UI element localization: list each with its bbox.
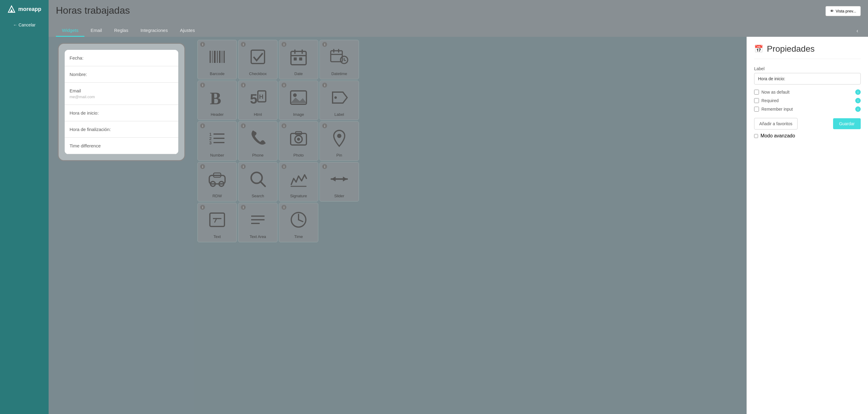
header-top-row: Horas trabajadas 👁 Vista prev... [49,0,868,20]
html-label: Html [254,112,262,117]
barcode-label: Barcode [210,71,224,76]
date-label: Date [294,71,303,76]
svg-rect-15 [299,57,302,60]
field-email-label: Email [69,88,174,93]
svg-point-29 [334,96,337,99]
svg-point-40 [337,134,341,138]
widget-time[interactable]: i Time [279,203,318,242]
rdw-label: RDW [212,194,222,198]
widget-text[interactable]: i Text [197,203,237,242]
collapse-button[interactable]: ‹ [854,25,861,36]
field-email-input: me@mail.com [69,94,174,99]
widget-html[interactable]: i 5H Html [238,81,278,120]
svg-marker-49 [331,177,336,181]
widget-grid-inner: i Barcode i Checkbox i [197,40,743,242]
widget-number[interactable]: i 1 2 3 Number [197,121,237,161]
field-hora-inicio-label: Hora de inicio: [69,110,174,116]
required-label[interactable]: Required [762,98,779,103]
tab-integraciones[interactable]: Integraciones [134,25,174,37]
widget-label[interactable]: i Label [319,81,359,120]
time-label: Time [294,234,303,239]
required-checkbox[interactable] [754,98,759,103]
svg-point-38 [297,138,300,141]
photo-info-icon: i [282,123,286,128]
main-content: Horas trabajadas 👁 Vista prev... Widgets… [49,0,868,414]
preview-button[interactable]: 👁 Vista prev... [826,6,861,16]
image-label: Image [293,112,304,117]
widget-checkbox[interactable]: i Checkbox [238,40,278,79]
widget-image[interactable]: i Image [279,81,318,120]
sidebar: moreapp ← Cancelar [0,0,49,414]
svg-marker-1 [10,9,13,12]
preview-button-label: Vista prev... [836,9,856,13]
image-icon [289,85,308,110]
widget-slider[interactable]: i Slider [319,162,359,202]
logo-text: moreapp [18,6,41,12]
widget-datetime[interactable]: i Datetime [319,40,359,79]
number-info-icon: i [200,123,205,128]
remember-input-info-icon[interactable]: i [855,107,861,112]
tab-ajustes[interactable]: Ajustes [174,25,201,37]
advanced-mode-checkbox[interactable] [754,134,758,138]
field-nombre-label: Nombre: [69,72,174,77]
now-default-checkbox[interactable] [754,90,759,94]
svg-rect-41 [209,175,225,184]
svg-point-28 [293,93,297,97]
logo: moreapp [7,5,41,13]
remember-input-checkbox[interactable] [754,107,759,112]
now-default-info-icon[interactable]: i [855,89,861,95]
field-fecha-label: Fecha: [69,55,174,60]
remember-input-row: Remember input i [754,107,861,112]
time-info-icon: i [282,205,286,210]
panel-title: Propiedades [767,44,814,54]
remember-input-label[interactable]: Remember input [762,107,793,112]
widget-date[interactable]: i Date [279,40,318,79]
time-icon [289,207,308,233]
widget-signature[interactable]: i Signature [279,162,318,202]
add-favorites-button[interactable]: Añadir a favoritos [754,118,798,129]
label-input[interactable] [754,73,861,85]
label-info-icon: i [322,83,327,88]
pin-info-icon: i [322,123,327,128]
cancel-button[interactable]: ← Cancelar [13,23,35,27]
slider-label: Slider [334,194,344,198]
tab-reglas[interactable]: Reglas [108,25,134,37]
widget-pin[interactable]: i Pin [319,121,359,161]
field-hora-fin: Hora de finalización: [65,121,178,138]
widget-search[interactable]: i Search [238,162,278,202]
rdw-info-icon: i [200,164,205,169]
label-field-label: Label [754,66,861,71]
widget-phone[interactable]: i Phone [238,121,278,161]
checkbox-info-icon: i [241,42,246,47]
widget-barcode[interactable]: i Barcode [197,40,237,79]
required-info-icon[interactable]: i [855,98,861,104]
tab-email[interactable]: Email [85,25,108,37]
barcode-info-icon: i [200,42,205,47]
pin-label: Pin [337,153,342,157]
field-nombre: Nombre: [65,66,178,83]
tab-widgets[interactable]: Widgets [56,25,85,37]
widget-photo[interactable]: i Photo [279,121,318,161]
widget-header[interactable]: i B Header [197,81,237,120]
advanced-mode-row: Modo avanzado [754,133,861,139]
label-icon [330,85,348,110]
signature-icon [289,166,308,192]
search-label: Search [251,194,264,198]
widget-rdw[interactable]: i RDW [197,162,237,202]
photo-label: Photo [293,153,304,157]
svg-rect-5 [217,51,218,63]
html-info-icon: i [241,83,246,88]
now-default-row: Now as default i [754,89,861,95]
textarea-info-icon: i [241,205,246,210]
html-icon: 5H [249,85,267,110]
number-icon: 1 2 3 [208,125,226,151]
save-button[interactable]: Guardar [833,118,861,129]
pin-icon [330,125,348,151]
now-default-label[interactable]: Now as default [762,90,789,94]
advanced-mode-label[interactable]: Modo avanzado [761,133,795,139]
action-row: Añadir a favoritos Guardar [754,118,861,129]
field-email: Email me@mail.com [65,83,178,105]
header-icon: B [208,85,226,110]
widget-textarea[interactable]: i Text Area [238,203,278,242]
barcode-icon [208,44,226,69]
